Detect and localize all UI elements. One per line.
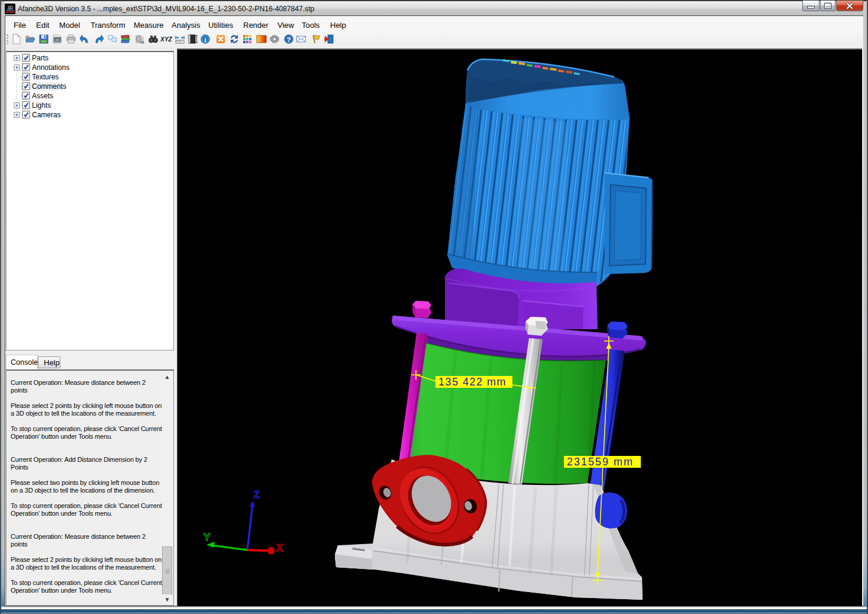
svg-text:Assets: Assets <box>32 92 53 100</box>
svg-text:Annotations: Annotations <box>32 63 69 72</box>
svg-text:Cameras: Cameras <box>32 111 61 119</box>
svg-text:?: ? <box>286 36 291 43</box>
svg-text:Textures: Textures <box>32 73 59 81</box>
svg-text:Y: Y <box>204 532 211 543</box>
svg-text:Comments: Comments <box>32 82 66 91</box>
svg-text:135 422 mm: 135 422 mm <box>438 376 506 388</box>
svg-text:Lights: Lights <box>32 101 51 110</box>
svg-text:X: X <box>276 542 283 554</box>
svg-text:Parts: Parts <box>32 54 49 62</box>
svg-text:i: i <box>204 36 206 43</box>
svg-text:231559 mm: 231559 mm <box>567 456 634 468</box>
svg-text:Z: Z <box>254 489 260 500</box>
